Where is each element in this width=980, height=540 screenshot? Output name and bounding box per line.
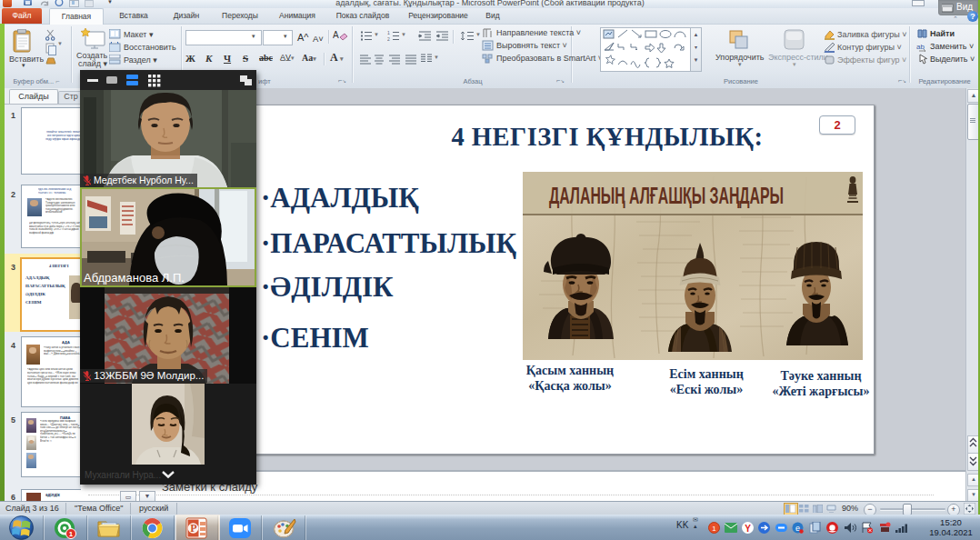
svg-text:1: 1 xyxy=(69,530,74,538)
svg-text:1: 1 xyxy=(387,30,390,35)
svg-text:P: P xyxy=(190,522,196,535)
svg-text:ДАЛАНЫҢ АЛҒАШҚЫ ЗАҢДАРЫ: ДАЛАНЫҢ АЛҒАШҚЫ ЗАҢДАРЫ xyxy=(549,183,784,208)
svg-text:2: 2 xyxy=(387,36,390,42)
svg-text:Y: Y xyxy=(745,524,751,534)
svg-text:1: 1 xyxy=(712,525,716,533)
svg-text:e: e xyxy=(795,524,800,533)
svg-text:A: A xyxy=(333,30,339,40)
